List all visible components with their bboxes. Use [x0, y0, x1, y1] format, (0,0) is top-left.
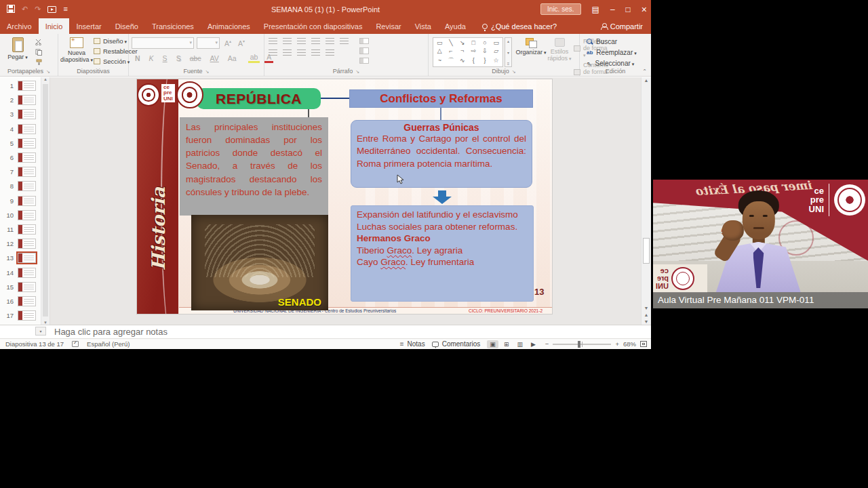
- justify-icon[interactable]: [311, 49, 320, 57]
- zoom-out-button[interactable]: −: [545, 340, 549, 348]
- slide-canvas[interactable]: Historia ce pre UNI REPÚBLICA Conflictos…: [137, 79, 552, 314]
- slide-thumbnail[interactable]: 4: [0, 122, 41, 136]
- convert-smartart-icon[interactable]: [359, 58, 369, 64]
- shape-icon[interactable]: {: [473, 57, 475, 64]
- slide-thumbnail[interactable]: 15: [0, 280, 41, 294]
- text-direction-icon[interactable]: [340, 38, 349, 45]
- shape-icon[interactable]: ⌒: [448, 56, 454, 65]
- shape-icon[interactable]: ⇩: [482, 47, 488, 54]
- ribbon-tab[interactable]: Inicio: [39, 18, 70, 34]
- copy-icon[interactable]: [35, 49, 43, 56]
- collapse-ribbon-icon[interactable]: [642, 68, 647, 75]
- line-spacing-icon[interactable]: [326, 38, 334, 45]
- fit-to-window-icon[interactable]: [640, 341, 647, 347]
- slide-thumbnail[interactable]: 11: [0, 222, 41, 237]
- qat-customize-icon[interactable]: [63, 5, 67, 13]
- strikethrough-button[interactable]: abc: [188, 54, 203, 62]
- shape-icon[interactable]: ↘: [460, 39, 465, 46]
- institutions-textbox[interactable]: Las principales instituciones fueron dom…: [180, 117, 328, 216]
- font-name-dropdown[interactable]: [132, 37, 194, 49]
- ribbon-tab[interactable]: Animaciones: [201, 18, 257, 34]
- vertical-scrollbar[interactable]: ▲ ▼ ▲ ▼: [641, 77, 651, 325]
- comments-toggle-button[interactable]: Comentarios: [432, 340, 481, 348]
- slide-thumbnail[interactable]: 10: [0, 208, 41, 222]
- bold-button[interactable]: N: [133, 54, 142, 62]
- sign-in-button[interactable]: Inic. ses.: [540, 3, 580, 15]
- arrange-button[interactable]: Organizar: [515, 36, 547, 56]
- thumbnail-scrollbar[interactable]: ▲ ▼: [41, 77, 50, 325]
- slide-thumbnail[interactable]: 9: [0, 194, 41, 208]
- slide-thumbnail[interactable]: 7: [0, 165, 41, 179]
- ribbon-tab[interactable]: Ayuda: [438, 18, 473, 34]
- senate-image[interactable]: SENADO: [191, 215, 328, 310]
- close-button[interactable]: [642, 5, 647, 14]
- undo-icon[interactable]: [22, 5, 28, 13]
- new-slide-button[interactable]: Nueva diapositiva: [60, 36, 93, 63]
- slideshow-button[interactable]: ▶: [528, 340, 538, 348]
- shape-icon[interactable]: ▱: [494, 47, 498, 54]
- font-size-dropdown[interactable]: [197, 37, 220, 49]
- quick-styles-button[interactable]: Estilos rápidos: [545, 36, 574, 62]
- spellcheck-icon[interactable]: [72, 341, 79, 347]
- replace-button[interactable]: abReemplazar: [587, 49, 651, 56]
- shape-icon[interactable]: ⇨: [471, 47, 477, 54]
- save-icon[interactable]: [7, 5, 15, 14]
- cut-icon[interactable]: [35, 39, 43, 45]
- text-direction-button-icon[interactable]: [359, 38, 369, 44]
- notes-splitter-icon[interactable]: [35, 327, 46, 336]
- shape-icon[interactable]: ▭: [493, 39, 499, 46]
- slide-title-conflictos[interactable]: Conflictos y Reformas: [349, 89, 533, 108]
- shapes-gallery[interactable]: ▭╲↘□○▭△⌐¬⇨⇩▱~⌒∿{}☆: [433, 37, 503, 67]
- notes-pane[interactable]: Haga clic para agregar notas: [0, 325, 651, 338]
- zoom-slider-thumb[interactable]: [578, 341, 580, 348]
- ribbon-display-options-icon[interactable]: [592, 5, 599, 14]
- drawing-dialog-launcher-icon[interactable]: [512, 68, 516, 75]
- shape-icon[interactable]: ~: [438, 57, 441, 64]
- align-center-icon[interactable]: [283, 49, 292, 57]
- ribbon-tab[interactable]: Insertar: [69, 18, 108, 34]
- slide-vertical-title[interactable]: Historia: [138, 167, 179, 289]
- shape-icon[interactable]: ▭: [437, 39, 443, 46]
- scrollbar-thumb[interactable]: [43, 84, 48, 317]
- character-spacing-button[interactable]: AV: [208, 54, 221, 62]
- align-left-icon[interactable]: [269, 49, 277, 57]
- shape-icon[interactable]: △: [437, 47, 442, 54]
- decrease-indent-icon[interactable]: [297, 38, 306, 45]
- slide-thumbnail[interactable]: 14: [0, 265, 41, 279]
- punic-wars-textbox[interactable]: Guerras Púnicas Entre Roma y Cartago por…: [351, 120, 532, 188]
- bullets-icon[interactable]: [269, 38, 277, 45]
- ribbon-tab[interactable]: Diseño: [108, 18, 145, 34]
- ribbon-tab[interactable]: Revisar: [369, 18, 408, 34]
- ribbon-tab[interactable]: Transiciones: [145, 18, 201, 34]
- ribbon-tab[interactable]: Vista: [408, 18, 438, 34]
- previous-slide-icon[interactable]: ▲: [644, 312, 649, 317]
- notes-toggle-button[interactable]: Notas: [400, 340, 425, 348]
- share-button[interactable]: Compartir: [601, 18, 643, 34]
- down-arrow-shape[interactable]: [433, 190, 452, 204]
- reading-view-button[interactable]: ▥: [514, 340, 526, 348]
- zoom-slider[interactable]: [553, 344, 611, 345]
- minimize-button[interactable]: [610, 5, 615, 14]
- highlight-color-button[interactable]: ab: [248, 53, 260, 63]
- find-button[interactable]: Buscar: [587, 38, 651, 45]
- shape-icon[interactable]: ∿: [460, 57, 465, 64]
- align-text-button-icon[interactable]: [359, 47, 369, 54]
- tell-me-button[interactable]: ¿Qué desea hacer?: [482, 18, 557, 34]
- zoom-in-button[interactable]: +: [615, 340, 619, 348]
- slide-thumbnail[interactable]: 16: [0, 294, 41, 308]
- shrink-font-button[interactable]: A: [236, 39, 247, 47]
- slide-thumbnail[interactable]: 13: [0, 251, 41, 265]
- slide-thumbnail[interactable]: 3: [0, 107, 41, 121]
- ribbon-tab[interactable]: Archivo: [0, 18, 39, 34]
- start-slideshow-icon[interactable]: [47, 6, 56, 13]
- shape-icon[interactable]: ○: [483, 39, 486, 46]
- shape-icon[interactable]: ╲: [449, 39, 452, 46]
- shape-icon[interactable]: ☆: [494, 57, 499, 64]
- paragraph-dialog-launcher-icon[interactable]: [355, 68, 359, 75]
- clipboard-dialog-launcher-icon[interactable]: [46, 68, 50, 75]
- slide-thumbnail[interactable]: 5: [0, 136, 41, 150]
- underline-button[interactable]: S: [161, 54, 170, 62]
- scroll-up-icon[interactable]: ▲: [642, 78, 651, 83]
- align-right-icon[interactable]: [297, 49, 306, 57]
- slide-thumbnail[interactable]: 2: [0, 93, 41, 107]
